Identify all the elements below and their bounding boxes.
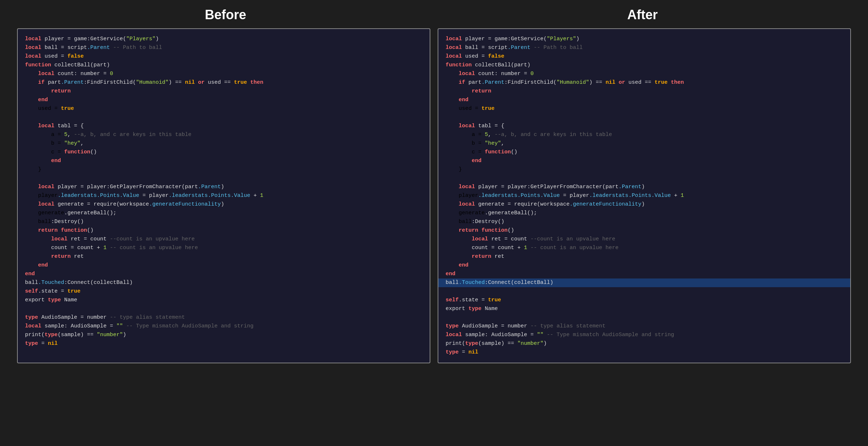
- after-panel: local player = game:GetService("Players"…: [438, 28, 851, 363]
- before-panel: local player = game:GetService("Players"…: [17, 28, 430, 363]
- before-title: Before: [17, 7, 434, 22]
- after-code: local player = game:GetService("Players"…: [446, 35, 843, 357]
- before-code: local player = game:GetService("Players"…: [25, 35, 422, 348]
- after-title: After: [434, 7, 851, 22]
